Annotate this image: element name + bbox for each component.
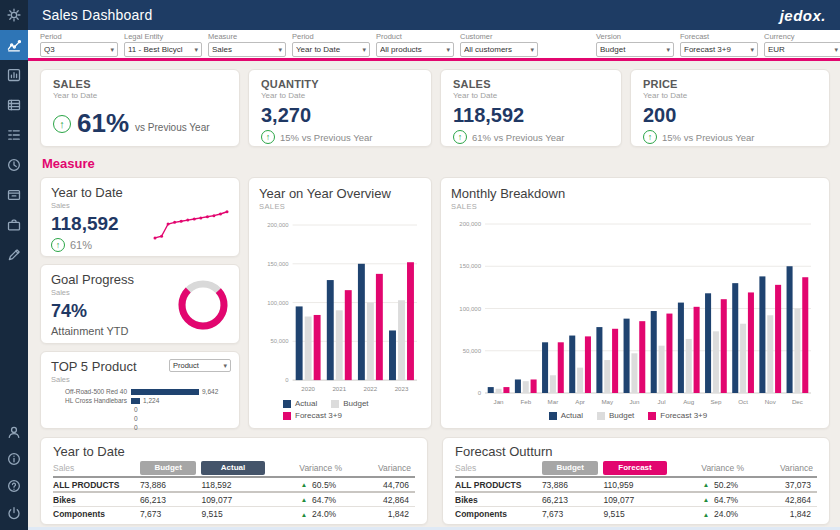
chevron-down-icon: ▾ (530, 46, 534, 54)
main-area: Sales Dashboard jedox. PeriodQ3▾Legal En… (28, 0, 840, 530)
filter-legal-entity-1: Legal Entity11 - Best Bicycl▾ (124, 32, 202, 57)
filter-period-0: PeriodQ3▾ (40, 32, 118, 57)
top5-bar-wrap: 0 (131, 406, 229, 413)
svg-text:150,000: 150,000 (267, 261, 289, 267)
filter-value: All products (380, 45, 444, 54)
yoy-chart-card: Year on Year Overview SALES 050,000100,0… (248, 177, 432, 429)
table-grid: SalesBudgetActualVariance %VarianceALL P… (53, 459, 415, 521)
legend-swatch (283, 400, 291, 408)
sidebar (0, 0, 28, 530)
sidebar-item-user[interactable] (0, 418, 28, 445)
legend-swatch (283, 412, 291, 420)
kpi-change-row: ↑15% vs Previous Year (261, 130, 419, 144)
top5-item-label: HL Cross Handlebars (51, 397, 131, 404)
filter-select-measure[interactable]: Sales▾ (208, 42, 286, 57)
variance-header: Variance % (270, 463, 346, 473)
administration-icon (7, 218, 21, 232)
year-to-date-table-card: Year to DateSalesBudgetActualVariance %V… (40, 437, 428, 525)
sidebar-item-modeler[interactable] (0, 90, 28, 120)
filter-select-forecast[interactable]: Forecast 3+9▾ (680, 42, 758, 57)
filter-value: EUR (768, 45, 832, 54)
filter-select-customer[interactable]: All customers▾ (460, 42, 538, 57)
filter-value: Sales (212, 45, 276, 54)
goal-progress-card: Goal Progress Sales 74% Attainment YTD (40, 264, 240, 344)
filter-value: 11 - Best Bicycl (128, 45, 192, 54)
svg-text:Jan: Jan (494, 398, 505, 405)
variance-cell: 42,864 (346, 491, 415, 506)
variance-pct-cell: ▲64.7% (270, 491, 346, 506)
table-header-cell: Variance (346, 459, 415, 476)
variance-pct-cell: ▲24.0% (672, 506, 748, 521)
product-dropdown-value: Product (173, 361, 223, 370)
filter-value: Q3 (44, 45, 108, 54)
variance-pct-value: 64.7% (714, 495, 738, 505)
chevron-down-icon: ▾ (750, 46, 754, 54)
filter-select-legal-entity[interactable]: 11 - Best Bicycl▾ (124, 42, 202, 57)
svg-text:Oct: Oct (738, 398, 748, 405)
variance-pct-value: 64.7% (312, 495, 336, 505)
sidebar-item-reports[interactable] (0, 60, 28, 90)
monthly-bar-chart: 050,000100,000150,000200,000JanFebMarApr… (451, 218, 815, 408)
table-header-cell: Budget (140, 459, 202, 476)
kpi-subtitle: Year to Date (53, 91, 227, 100)
budget-value: 66,213 (140, 491, 202, 506)
filter-select-version[interactable]: Budget▾ (596, 42, 674, 57)
svg-text:2021: 2021 (332, 385, 346, 392)
forecast-outturn-table-card: Forecast OutturnSalesBudgetForecastVaria… (442, 437, 830, 525)
svg-text:50,000: 50,000 (463, 348, 482, 354)
legend-swatch (549, 412, 557, 420)
sidebar-item-gear[interactable] (0, 0, 28, 30)
top5-item-label: Off-Road-500 Red 40 (51, 388, 131, 395)
svg-text:0: 0 (285, 377, 289, 383)
kpi-subtitle: Year to Date (453, 91, 609, 100)
filter-select-period[interactable]: Year to Date▾ (292, 42, 370, 57)
triangle-up-icon: ▲ (301, 511, 307, 518)
filter-select-currency[interactable]: EUR▾ (764, 42, 840, 57)
top5-row: 0 (51, 423, 229, 432)
kpi-change-label: 15% vs Previous Year (280, 132, 372, 143)
jedox-logo: jedox. (780, 7, 826, 24)
filter-forecast-7: ForecastForecast 3+9▾ (680, 32, 758, 57)
actual-value: 9,515 (201, 506, 270, 521)
top5-bar (131, 398, 140, 404)
legend-label: Budget (609, 411, 634, 420)
product-dropdown[interactable]: Product ▾ (169, 359, 231, 372)
svg-text:200,000: 200,000 (459, 221, 481, 227)
sidebar-item-administration[interactable] (0, 210, 28, 240)
kpi-change-label: 15% vs Previous Year (662, 132, 754, 143)
triangle-up-icon: ▲ (301, 496, 307, 503)
sidebar-item-audit[interactable] (0, 240, 28, 270)
sidebar-item-integrator[interactable] (0, 120, 28, 150)
legend-item: Budget (331, 399, 368, 408)
legend-item: Forecast 3+9 (648, 411, 707, 420)
kpi-row: SALESYear to Date↑61%vs Previous YearQUA… (40, 69, 830, 147)
svg-text:Feb: Feb (520, 398, 531, 405)
filter-select-period[interactable]: Q3▾ (40, 42, 118, 57)
sidebar-item-power[interactable] (0, 499, 28, 526)
actual-value: 118,592 (201, 476, 270, 491)
kpi-card-price-3: PRICEYear to Date200↑15% vs Previous Yea… (630, 69, 830, 147)
sidebar-item-help[interactable] (0, 472, 28, 499)
triangle-up-icon: ▲ (703, 511, 709, 518)
sidebar-item-scheduler[interactable] (0, 150, 28, 180)
column-badge-forecast: Forecast (603, 461, 666, 475)
legend-label: Budget (343, 399, 368, 408)
filter-customer-5: CustomerAll customers▾ (460, 32, 538, 57)
legend-swatch (648, 412, 656, 420)
sidebar-item-info[interactable] (0, 445, 28, 472)
legend-swatch (331, 400, 339, 408)
filter-value: All customers (464, 45, 528, 54)
row-label: Bikes (455, 491, 542, 506)
monthly-chart-card: Monthly Breakdown SALES 050,000100,00015… (440, 177, 830, 429)
filter-select-product[interactable]: All products▾ (376, 42, 454, 57)
kpi-subtitle: Year to Date (261, 91, 419, 100)
sidebar-item-marketplace[interactable] (0, 180, 28, 210)
sidebar-item-dashboard[interactable] (0, 30, 28, 60)
yoy-legend: ActualBudgetForecast 3+9 (283, 396, 433, 420)
filter-bar: PeriodQ3▾Legal Entity11 - Best Bicycl▾Me… (28, 30, 840, 58)
svg-text:Jun: Jun (629, 398, 640, 405)
svg-text:Sep: Sep (710, 398, 722, 405)
variance-cell: 44,706 (346, 476, 415, 491)
variance-header: Variance % (672, 463, 748, 473)
chart-subtitle: SALES (451, 202, 819, 211)
